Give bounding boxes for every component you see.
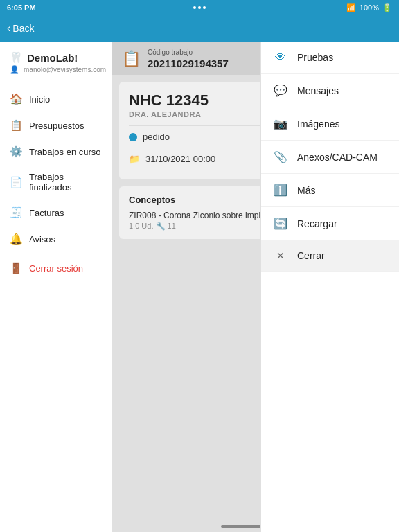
sidebar-brand: 🦷 DemoLab! 👤 manolo@vevisystems.com [0,42,112,80]
battery-label: 100% [360,3,379,12]
recargar-label: Recargar [297,218,337,229]
status-date-area [193,6,206,9]
menu-item-pruebas[interactable]: 👁 Pruebas [261,42,399,74]
main-layout: 🦷 DemoLab! 👤 manolo@vevisystems.com 🏠 In… [0,42,399,532]
sidebar-item-trabajos-en-curso[interactable]: ⚙️ Trabajos en curso [0,139,112,165]
battery-icon: 🔋 [382,3,392,12]
menu-item-recargar[interactable]: 🔄 Recargar [261,207,399,240]
brand-name: DemoLab! [27,52,78,64]
sidebar-item-facturas[interactable]: 🧾 Facturas [0,200,112,226]
presupuestos-icon: 📋 [10,119,22,132]
mas-label: Más [297,185,315,196]
sidebar-item-presupuestos[interactable]: 📋 Presupuestos [0,112,112,139]
status-indicators: 📶 100% 🔋 [346,3,392,12]
brand-tooth-icon: 🦷 [10,51,23,64]
trabajos-en-curso-label: Trabajos en curso [29,147,101,157]
presupuestos-label: Presupuestos [29,121,85,131]
content-area: 📋 Código trabajo 20211029194357 NHC 1234… [112,42,399,532]
anexos-icon: 📎 [274,150,287,163]
menu-item-mensajes[interactable]: 💬 Mensajes [261,74,399,107]
back-chevron-icon: ‹ [7,22,10,35]
menu-item-cerrar[interactable]: ✕ Cerrar [261,240,399,272]
logout-label: Cerrar sesión [29,263,83,274]
trabajos-finalizados-label: Trabajos finalizados [29,172,102,193]
avisos-icon: 🔔 [10,233,22,245]
nav-header: ‹ Back [0,15,399,42]
status-indicator-dot [129,133,137,141]
date-icon: 📁 [129,154,140,164]
status-bar: 6:05 PM 📶 100% 🔋 [0,0,399,15]
logout-icon: 🚪 [10,262,22,274]
brand-title: 🦷 DemoLab! [10,51,102,64]
back-button[interactable]: ‹ Back [7,22,34,35]
sidebar: 🦷 DemoLab! 👤 manolo@vevisystems.com 🏠 In… [0,42,112,532]
recargar-icon: 🔄 [274,217,287,230]
cerrar-x-icon: ✕ [274,250,287,261]
pruebas-icon: 👁 [274,51,287,64]
sidebar-item-avisos[interactable]: 🔔 Avisos [0,226,112,252]
brand-email: manolo@vevisystems.com [24,66,106,73]
inicio-icon: 🏠 [10,93,22,105]
status-text: pedido [143,132,170,142]
trabajos-en-curso-icon: ⚙️ [10,145,22,158]
pruebas-label: Pruebas [297,52,333,63]
right-menu-panel: 👁 Pruebas 💬 Mensajes 📷 Imágenes 📎 Anexos… [260,42,399,532]
mensajes-label: Mensajes [297,85,339,96]
mas-icon: ℹ️ [274,184,287,197]
facturas-icon: 🧾 [10,206,22,219]
facturas-label: Facturas [29,208,64,218]
date-value: 31/10/2021 00:00 [145,154,215,164]
menu-item-mas[interactable]: ℹ️ Más [261,174,399,207]
menu-item-imagenes[interactable]: 📷 Imágenes [261,107,399,141]
status-time: 6:05 PM [7,3,36,12]
cerrar-label: Cerrar [297,250,325,261]
imagenes-label: Imágenes [297,118,339,130]
menu-item-anexos-cad-cam[interactable]: 📎 Anexos/CAD-CAM [261,141,399,174]
anexos-label: Anexos/CAD-CAM [297,152,378,163]
sidebar-item-inicio[interactable]: 🏠 Inicio [0,86,112,112]
logout-button[interactable]: 🚪 Cerrar sesión [0,255,112,281]
avisos-label: Avisos [29,234,55,245]
imagenes-icon: 📷 [274,117,287,130]
trabajos-finalizados-icon: 📄 [10,176,22,188]
wifi-icon: 📶 [346,3,356,12]
sidebar-nav: 🏠 Inicio 📋 Presupuestos ⚙️ Trabajos en c… [0,80,112,532]
user-icon: 👤 [10,65,19,74]
inicio-label: Inicio [29,94,50,105]
work-doc-icon: 📋 [122,50,141,68]
back-label: Back [12,23,34,34]
mensajes-icon: 💬 [274,84,287,97]
sidebar-item-trabajos-finalizados[interactable]: 📄 Trabajos finalizados [0,165,112,200]
